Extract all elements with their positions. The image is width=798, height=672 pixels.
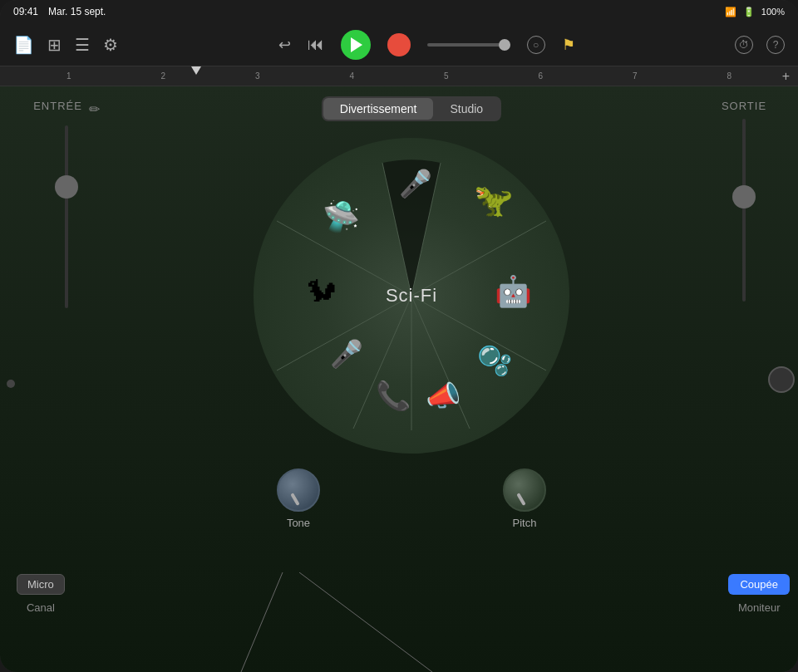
record-button[interactable] <box>387 33 411 56</box>
battery-level: 100% <box>761 7 785 17</box>
squirrel-emoji[interactable]: 🐿 <box>307 274 337 309</box>
pitch-knob[interactable] <box>503 468 546 512</box>
volume-slider[interactable] <box>427 43 510 47</box>
sortie-label: SORTIE <box>722 100 766 112</box>
main-content: ENTRÉE ✏ Micro Canal Divertissement Stud… <box>0 86 798 672</box>
loop-icon[interactable]: ○ <box>527 36 545 54</box>
left-panel: ENTRÉE ✏ Micro Canal <box>0 86 133 672</box>
telephone-emoji[interactable]: 📞 <box>376 379 411 412</box>
bubbles-emoji[interactable]: 🫧 <box>477 344 512 377</box>
coupee-button[interactable]: Coupée <box>728 574 790 595</box>
tab-studio[interactable]: Studio <box>433 98 500 120</box>
pencil-icon[interactable]: ✏ <box>89 101 100 117</box>
new-document-icon[interactable]: 📄 <box>13 35 34 55</box>
status-time: 09:41 <box>13 6 38 17</box>
ufo-emoji[interactable]: 🛸 <box>323 199 360 234</box>
entree-label: ENTRÉE <box>33 100 82 112</box>
tone-knob[interactable] <box>277 468 320 512</box>
mixer-icon[interactable]: ☰ <box>75 35 90 55</box>
mic2-emoji[interactable]: 🎤 <box>330 338 363 370</box>
pitch-knob-container: Pitch <box>503 468 546 529</box>
moniteur-label: Moniteur <box>728 601 790 614</box>
tone-knob-container: Tone <box>277 468 320 529</box>
tone-label: Tone <box>287 517 310 529</box>
micro-button[interactable]: Micro <box>17 574 65 595</box>
svg-line-10 <box>299 572 432 672</box>
battery-icon: 🔋 <box>743 7 755 17</box>
pitch-label: Pitch <box>513 517 537 529</box>
svg-line-9 <box>241 572 283 672</box>
knobs-row: Tone Pitch <box>277 468 546 529</box>
connector-lines <box>133 572 690 672</box>
help-icon[interactable]: ? <box>766 36 785 54</box>
output-slider-thumb[interactable] <box>732 185 756 208</box>
megaphone-emoji[interactable]: 📣 <box>426 379 461 412</box>
robot-emoji[interactable]: 🤖 <box>495 274 532 309</box>
home-button[interactable] <box>768 366 795 393</box>
circle-selected-label: Sci-Fi <box>386 285 437 307</box>
timeline-ruler: 1 2 3 4 5 6 7 8 + <box>0 66 798 86</box>
output-slider[interactable] <box>742 119 746 302</box>
tracks-icon[interactable]: ⊞ <box>47 35 62 55</box>
clock-icon[interactable]: ⏱ <box>735 36 753 54</box>
ruler-marks: 1 2 3 4 5 6 7 8 <box>66 71 732 81</box>
undo-icon[interactable]: ↩ <box>278 36 291 54</box>
add-track-icon[interactable]: + <box>782 69 790 84</box>
bottom-left-controls: Micro Canal <box>17 574 65 614</box>
monster-emoji[interactable]: 🦖 <box>474 182 513 218</box>
playhead[interactable] <box>191 66 201 76</box>
metronome-icon[interactable]: ⚑ <box>562 36 575 54</box>
rewind-icon[interactable]: ⏮ <box>308 35 324 54</box>
center-area: Divertissement Studio <box>133 86 690 672</box>
wifi-icon: 📶 <box>725 7 736 17</box>
status-date: Mar. 15 sept. <box>48 6 106 17</box>
canal-label: Canal <box>17 601 65 614</box>
play-button[interactable] <box>341 30 371 60</box>
status-bar: 09:41 Mar. 15 sept. 📶 🔋 100% <box>0 0 798 23</box>
device-frame: 09:41 Mar. 15 sept. 📶 🔋 100% 📄 ⊞ ☰ ⚙ ↩ ⏮… <box>0 0 798 672</box>
mic-emoji[interactable]: 🎤 <box>399 168 432 199</box>
input-slider-thumb[interactable] <box>55 175 78 199</box>
input-slider[interactable] <box>65 125 68 308</box>
tab-divertissement[interactable]: Divertissement <box>323 98 434 120</box>
right-bottom-controls: Coupée Moniteur <box>728 574 790 614</box>
toolbar: 📄 ⊞ ☰ ⚙ ↩ ⏮ ○ ⚑ ⏱ ? <box>0 23 798 66</box>
eq-icon[interactable]: ⚙ <box>103 35 118 55</box>
circle-selector[interactable]: Sci-Fi 🎤 🦖 🤖 🫧 📣 📞 🎤 🐿 🛸 <box>254 138 569 454</box>
mode-tabs: Divertissement Studio <box>322 96 501 121</box>
